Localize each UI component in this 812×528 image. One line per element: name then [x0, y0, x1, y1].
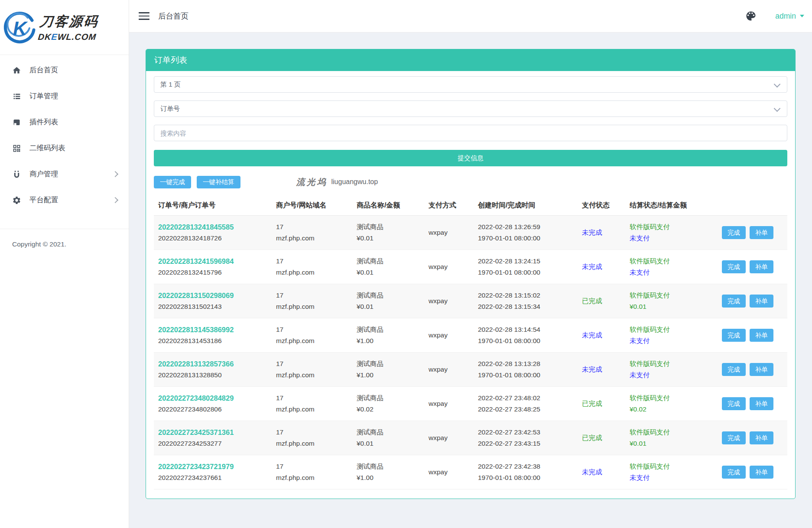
header-cell-settle: 结算状态/结算金额 [625, 195, 715, 215]
sidebar-item-qrcodes[interactable]: 二维码列表 [0, 135, 129, 161]
order-link[interactable]: 2022022813150298069 [158, 290, 266, 301]
merchant-id: 17 [276, 392, 347, 404]
actions-cell: 完成 补单 [715, 222, 787, 243]
product-cell: 测试商品 ¥0.01 [352, 422, 424, 453]
order-cell: 2022022813241845585 20220228132418726 [154, 217, 272, 248]
complete-button[interactable]: 完成 [722, 295, 746, 308]
order-link[interactable]: 2022022813241845585 [158, 221, 266, 233]
page-title: 后台首页 [158, 11, 188, 21]
settle-type: 软件版码支付 [630, 461, 710, 472]
paystatus-cell: 未完成 [578, 257, 625, 277]
bulk-settle-button[interactable]: 一键补结算 [197, 176, 240, 188]
completed-time: 2022-02-27 23:43:15 [478, 438, 572, 449]
admin-menu[interactable]: admin [775, 12, 804, 21]
complete-button[interactable]: 完成 [722, 226, 746, 239]
order-link[interactable]: 2022022813132857366 [158, 358, 266, 369]
complete-button[interactable]: 完成 [722, 260, 746, 273]
sidebar-item-label: 订单管理 [29, 91, 58, 101]
order-link[interactable]: 2022022813145386992 [158, 324, 266, 335]
created-time: 2022-02-27 23:48:02 [478, 392, 572, 404]
reissue-button[interactable]: 补单 [750, 431, 773, 444]
palette-icon [745, 10, 757, 22]
pay-status: 未完成 [582, 468, 602, 476]
table-row: 2022022723480284829 20220227234802806 17… [154, 387, 787, 421]
settle-cell: 软件版码支付 未支付 [625, 217, 715, 248]
table-row: 2022022723425371361 20220227234253277 17… [154, 421, 787, 455]
paystatus-cell: 未完成 [578, 462, 625, 482]
reissue-button[interactable]: 补单 [750, 466, 773, 479]
settle-value: 未支付 [630, 472, 710, 483]
complete-button[interactable]: 完成 [722, 363, 746, 376]
sidebar-item-platform[interactable]: 平台配置 [0, 187, 129, 213]
sidebar-item-plugins[interactable]: 插件列表 [0, 109, 129, 135]
reissue-button[interactable]: 补单 [750, 363, 773, 376]
main-content: 订单列表 第 1 页 订单号 提交信息 一键完成 一键补结算 流光坞 liugu… [129, 32, 812, 528]
complete-button[interactable]: 完成 [722, 431, 746, 444]
menu-toggle-icon[interactable] [139, 12, 149, 20]
header-cell-paystatus: 支付状态 [578, 195, 625, 215]
order-link[interactable]: 2022022813241596984 [158, 256, 266, 267]
gear-icon [12, 196, 21, 205]
time-cell: 2022-02-28 13:24:15 1970-01-01 08:00:00 [474, 251, 578, 282]
created-time: 2022-02-27 23:42:53 [478, 427, 572, 438]
brand-logo[interactable]: K 刀客源码 DKEWL.COM [0, 0, 129, 55]
order-link[interactable]: 2022022723423721979 [158, 461, 266, 472]
merchant-order-no: 20220227234253277 [158, 440, 222, 447]
sidebar-nav: 后台首页 订单管理 插件列表 二维码列表 商户管理 平台配置 [0, 55, 129, 213]
reissue-button[interactable]: 补单 [750, 329, 773, 342]
settle-type: 软件版码支付 [630, 290, 710, 301]
product-amount: ¥0.01 [357, 233, 419, 244]
settle-cell: 软件版码支付 ¥0.01 [625, 285, 715, 317]
time-cell: 2022-02-27 23:48:02 2022-02-27 23:48:25 [474, 388, 578, 419]
bulk-complete-button[interactable]: 一键完成 [154, 176, 191, 188]
created-time: 2022-02-27 23:42:38 [478, 461, 572, 472]
actions-cell: 完成 补单 [715, 393, 787, 415]
page-select-value: 第 1 页 [160, 81, 181, 89]
product-cell: 测试商品 ¥1.00 [352, 320, 424, 351]
order-link[interactable]: 2022022723480284829 [158, 392, 266, 404]
merchant-order-no: 20220227234237661 [158, 474, 222, 481]
settle-type: 软件版码支付 [630, 392, 710, 404]
settle-value: 未支付 [630, 233, 710, 244]
sidebar-item-merchants[interactable]: 商户管理 [0, 161, 129, 187]
topbar: 后台首页 admin [129, 0, 812, 32]
settle-cell: 软件版码支付 ¥0.02 [625, 388, 715, 419]
page-select[interactable]: 第 1 页 [154, 76, 787, 93]
header-cell-merchant: 商户号/网站域名 [272, 195, 352, 215]
list-icon [12, 92, 21, 101]
settle-value: 未支付 [630, 335, 710, 347]
theme-button[interactable] [745, 10, 757, 22]
card-body: 第 1 页 订单号 提交信息 一键完成 一键补结算 流光坞 liuguangwu… [146, 71, 795, 497]
complete-button[interactable]: 完成 [722, 397, 746, 410]
site-domain: mzf.php.com [276, 233, 347, 244]
submit-button[interactable]: 提交信息 [154, 150, 787, 166]
pay-type: wxpay [429, 468, 448, 476]
actions-cell: 完成 补单 [715, 256, 787, 278]
merchant-id: 17 [276, 427, 347, 438]
chevron-down-icon [774, 105, 781, 112]
reissue-button[interactable]: 补单 [750, 226, 773, 239]
settle-type: 软件版码支付 [630, 324, 710, 335]
order-link[interactable]: 2022022723425371361 [158, 427, 266, 438]
search-field-select[interactable]: 订单号 [154, 100, 787, 117]
watermark-cn: 流光坞 [296, 176, 328, 188]
sidebar-item-dashboard[interactable]: 后台首页 [0, 57, 129, 83]
product-cell: 测试商品 ¥0.01 [352, 285, 424, 317]
reissue-button[interactable]: 补单 [750, 260, 773, 273]
sidebar-item-label: 二维码列表 [29, 143, 65, 153]
reissue-button[interactable]: 补单 [750, 295, 773, 308]
time-cell: 2022-02-27 23:42:38 1970-01-01 08:00:00 [474, 457, 578, 488]
complete-button[interactable]: 完成 [722, 466, 746, 479]
brand-text: 刀客源码 DKEWL.COM [37, 13, 99, 42]
merchant-order-no: 20220227234802806 [158, 405, 222, 413]
header-cell-actions [715, 201, 787, 210]
reissue-button[interactable]: 补单 [750, 397, 773, 410]
pay-status: 已完成 [582, 400, 602, 407]
search-input[interactable] [154, 125, 787, 141]
sidebar-item-orders[interactable]: 订单管理 [0, 83, 129, 109]
complete-button[interactable]: 完成 [722, 329, 746, 342]
settle-value: ¥0.01 [630, 438, 710, 449]
created-time: 2022-02-28 13:24:15 [478, 256, 572, 267]
search-field-value: 订单号 [160, 105, 180, 113]
product-name: 测试商品 [357, 427, 419, 438]
